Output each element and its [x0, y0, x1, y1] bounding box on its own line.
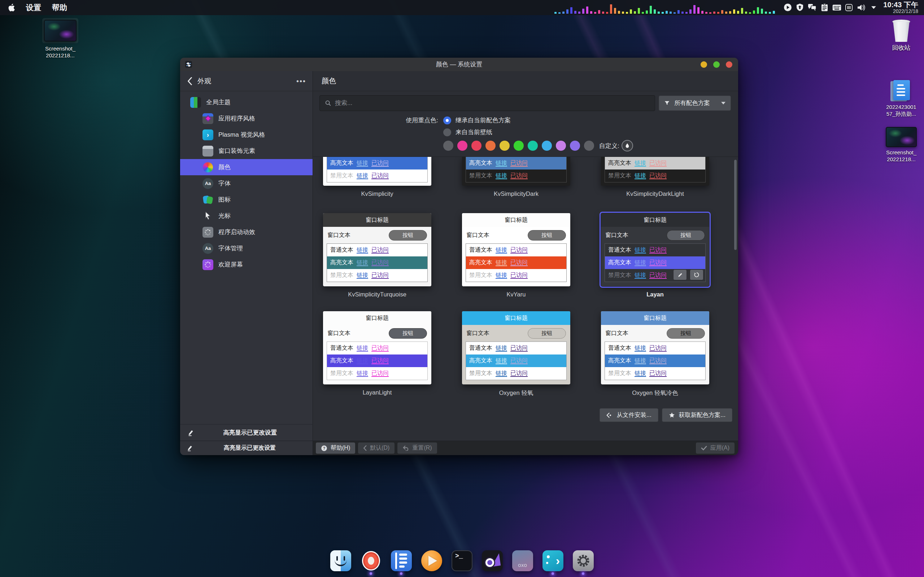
sidebar-item-global-theme[interactable]: 全局主题: [180, 94, 313, 110]
sidebar-item-font-mgmt[interactable]: Aa字体管理: [180, 240, 313, 256]
close-button[interactable]: [726, 61, 732, 68]
visualizer-bar: [685, 12, 688, 14]
menubar-clock[interactable]: 10:43 下午 2022/12/18: [880, 1, 924, 14]
oxo-icon: OXO: [512, 550, 533, 571]
dock-item-settings[interactable]: [573, 550, 594, 574]
sidebar-back-label[interactable]: 外观: [197, 76, 211, 86]
global-menubar: 设置 帮助 10:43 下午 2022/12/18: [0, 0, 924, 15]
accent-swatch-0[interactable]: [443, 141, 453, 151]
visualizer-bar: [602, 11, 604, 14]
dock-item-oxo[interactable]: OXO: [512, 550, 533, 574]
sidebar-item-launch[interactable]: 程序启动动效: [180, 224, 313, 240]
accent-swatch-7[interactable]: [542, 141, 552, 151]
scheme-preview-titlebar: 窗口标题: [462, 213, 570, 227]
accent-swatch-2[interactable]: [472, 141, 481, 151]
accent-swatch-10[interactable]: [584, 141, 594, 151]
apple-menu-icon[interactable]: [7, 3, 15, 12]
scheme-card-KvSimplicityTurquoise[interactable]: 窗口标题窗口文本按钮普通文本链接已访问高亮文本链接已访问禁用文本链接已访问: [323, 213, 431, 286]
desktop-icon-screenshot-left[interactable]: Screenshot_ 20221218...: [40, 18, 80, 59]
sidebar-item-app-style[interactable]: 应用程序风格: [180, 110, 313, 127]
scheme-card-Oxygen 轻氧冷色[interactable]: 窗口标题窗口文本按钮普通文本链接已访问高亮文本链接已访问禁用文本链接已访问: [601, 311, 709, 384]
scheme-card-KvYaru[interactable]: 窗口标题窗口文本按钮普通文本链接已访问高亮文本链接已访问禁用文本链接已访问: [462, 213, 570, 286]
chat-icon[interactable]: [806, 3, 818, 11]
accent-swatch-4[interactable]: [499, 141, 510, 151]
sidebar-item-welcome[interactable]: 欢迎屏幕: [180, 256, 313, 272]
highlight-changed-label[interactable]: 高亮显示已更改设置: [195, 429, 305, 437]
clipboard-icon[interactable]: [818, 3, 830, 11]
radio-accent-from-scheme[interactable]: [443, 116, 451, 124]
scheme-card-KvSimplicityDarkLight[interactable]: 高亮文本链接已访问禁用文本链接已访问: [601, 157, 709, 186]
scrollbar[interactable]: [734, 160, 737, 250]
defaults-button[interactable]: 默认(D): [358, 443, 394, 454]
scheme-cell: 窗口标题窗口文本按钮普通文本链接已访问高亮文本链接已访问禁用文本链接已访问KvY…: [462, 213, 570, 298]
search-box[interactable]: [320, 95, 655, 111]
visualizer-bar: [670, 11, 672, 14]
window-titlebar[interactable]: 颜色 — 系统设置: [180, 58, 738, 71]
play-circle-icon[interactable]: [782, 3, 794, 11]
radio-label[interactable]: 继承自当前配色方案: [456, 116, 511, 124]
input-method-icon[interactable]: [843, 3, 855, 11]
kdenlive-icon: [482, 550, 503, 571]
accent-swatch-6[interactable]: [528, 141, 538, 151]
filter-dropdown[interactable]: 所有配色方案: [659, 95, 731, 111]
volume-icon[interactable]: [855, 4, 867, 11]
sidebar-item-cursor[interactable]: 光标: [180, 208, 313, 224]
visualizer-bar: [582, 9, 584, 14]
get-new-schemes-button[interactable]: 获取新配色方案...: [662, 408, 732, 422]
scheme-card-Layan[interactable]: 窗口标题窗口文本按钮普通文本链接已访问高亮文本链接已访问禁用文本链接已访问: [601, 213, 709, 286]
scheme-preview-button: 按钮: [389, 230, 427, 240]
sidebar-item-plasma-style[interactable]: ›Plasma 视觉风格: [180, 127, 313, 143]
back-icon[interactable]: [187, 77, 192, 85]
radio-label[interactable]: 来自当前壁纸: [456, 128, 492, 136]
scheme-preview-row: 普通文本链接已访问: [605, 342, 705, 355]
dock-item-recorder[interactable]: [360, 550, 381, 574]
accent-swatch-5[interactable]: [514, 141, 524, 151]
chevron-down-icon[interactable]: [867, 6, 880, 10]
sidebar-item-icons[interactable]: 图标: [180, 192, 313, 208]
scheme-preview-row: 普通文本链接已访问: [466, 342, 566, 355]
scheme-preview-row: 高亮文本链接已访问: [605, 157, 705, 169]
custom-color-picker-button[interactable]: [622, 140, 633, 152]
scheme-card-KvSimplicityDark[interactable]: 高亮文本链接已访问禁用文本链接已访问: [462, 157, 570, 186]
desktop-icon-trash[interactable]: 回收站: [881, 19, 921, 52]
fonts-icon: Aa: [202, 178, 213, 189]
accent-swatch-9[interactable]: [570, 141, 580, 151]
accent-swatch-1[interactable]: [457, 141, 467, 151]
reset-button[interactable]: 重置(R): [397, 443, 437, 454]
minimize-button[interactable]: [701, 61, 707, 68]
visualizer-bar: [733, 10, 735, 14]
scheme-list-scroll-area[interactable]: 高亮文本链接已访问禁用文本链接已访问KvSimplicity高亮文本链接已访问禁…: [313, 156, 738, 441]
accent-swatch-8[interactable]: [556, 141, 566, 151]
scheme-card-LayanLight[interactable]: 窗口标题窗口文本按钮普通文本链接已访问高亮文本链接已访问禁用文本链接已访问: [323, 311, 431, 384]
scheme-card-KvSimplicity[interactable]: 高亮文本链接已访问禁用文本链接已访问: [323, 157, 431, 186]
keyboard-icon[interactable]: [830, 4, 843, 11]
desktop-icon-screenshot-right[interactable]: Screenshot_ 20221218...: [881, 127, 921, 163]
maximize-button[interactable]: [713, 61, 720, 68]
install-from-file-button[interactable]: 从文件安装...: [599, 408, 658, 422]
sidebar-item-fonts[interactable]: Aa字体: [180, 175, 313, 192]
apply-button[interactable]: 应用(A): [696, 443, 735, 454]
edit-scheme-button[interactable]: [673, 269, 687, 280]
desktop-icon-document[interactable]: 2022423001 57_孙浩勋...: [881, 80, 921, 118]
scheme-card-Oxygen 轻氧[interactable]: 窗口标题窗口文本按钮普通文本链接已访问高亮文本链接已访问禁用文本链接已访问: [462, 311, 570, 384]
search-input[interactable]: [335, 100, 650, 107]
dock-item-kdenlive[interactable]: [482, 550, 503, 574]
menubar-item-help[interactable]: 帮助: [52, 3, 67, 13]
sidebar-item-window-deco[interactable]: 窗口装饰元素: [180, 143, 313, 159]
menubar-item-settings[interactable]: 设置: [26, 3, 41, 13]
dock-item-terminal[interactable]: >_: [452, 550, 472, 574]
restore-scheme-button[interactable]: [690, 269, 703, 280]
dock-item-finder[interactable]: [330, 550, 351, 574]
accent-swatch-3[interactable]: [485, 141, 496, 151]
dock-item-docs[interactable]: [391, 550, 412, 574]
visualizer-bar: [578, 11, 580, 14]
radio-accent-from-wallpaper[interactable]: [443, 128, 451, 136]
sidebar-item-colors[interactable]: 颜色: [180, 159, 313, 175]
visualizer-bar: [693, 5, 696, 14]
dock-item-plasma[interactable]: ›: [543, 550, 564, 574]
highlight-changed-footer-label[interactable]: 高亮显示已更改设置: [194, 444, 306, 452]
shield-up-icon[interactable]: [794, 3, 806, 11]
help-button[interactable]: ? 帮助(H): [316, 443, 355, 454]
dock-item-media[interactable]: [421, 550, 442, 574]
sidebar-footer: 高亮显示已更改设置: [180, 424, 313, 441]
